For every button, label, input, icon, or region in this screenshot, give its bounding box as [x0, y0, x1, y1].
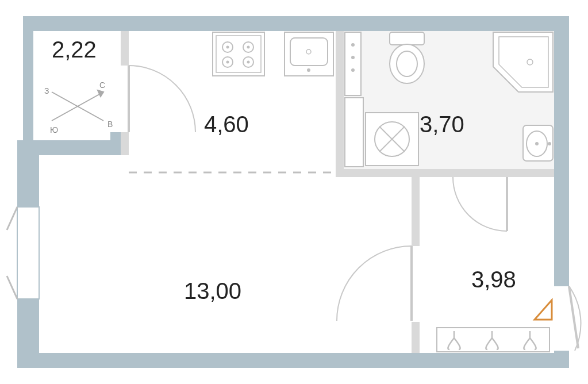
svg-rect-3 — [17, 353, 569, 368]
balcony-door — [129, 66, 195, 132]
svg-point-55 — [548, 142, 551, 145]
basin-icon — [523, 125, 553, 161]
shaft-icon — [345, 98, 363, 167]
svg-rect-6 — [23, 16, 33, 148]
living-hall-door — [337, 246, 412, 321]
svg-point-31 — [226, 61, 229, 64]
bathroom-door — [453, 177, 507, 231]
svg-rect-42 — [390, 32, 424, 45]
bathroom-area-label: 3,70 — [420, 112, 464, 137]
balcony-room: 2,22 — [52, 37, 97, 62]
compass-n: С — [99, 80, 105, 90]
entry-marker-icon — [535, 300, 552, 320]
living-area-label: 13,00 — [184, 278, 241, 304]
left-window-break — [7, 207, 39, 299]
floor-plan: 2,22 С З В Ю 4,60 — [0, 0, 588, 384]
compass-icon: С З В Ю — [44, 80, 113, 135]
svg-rect-14 — [336, 31, 344, 175]
svg-rect-17 — [412, 322, 420, 353]
hall-room: 3,98 — [437, 267, 549, 352]
svg-point-30 — [247, 46, 250, 49]
washer-icon — [366, 113, 418, 166]
svg-point-43 — [390, 44, 424, 83]
svg-rect-38 — [345, 32, 361, 95]
kitchen-area-label: 4,60 — [204, 112, 249, 137]
compass-w: З — [44, 86, 49, 95]
svg-line-62 — [569, 286, 578, 348]
svg-line-10 — [7, 207, 17, 230]
duct-icon — [345, 32, 361, 95]
bathroom-room: 3,70 — [344, 31, 554, 231]
svg-rect-16 — [412, 177, 420, 246]
svg-rect-12 — [121, 31, 129, 66]
balcony-area-label: 2,22 — [52, 37, 97, 62]
svg-point-40 — [351, 56, 355, 59]
toilet-icon — [390, 32, 424, 83]
svg-point-54 — [535, 142, 539, 145]
svg-point-32 — [247, 61, 250, 64]
svg-point-41 — [351, 68, 355, 72]
svg-point-36 — [307, 68, 310, 72]
svg-point-29 — [226, 46, 229, 49]
kitchen-room: 4,60 — [204, 32, 333, 137]
svg-line-11 — [7, 276, 17, 299]
svg-rect-13 — [121, 132, 129, 155]
svg-point-39 — [351, 43, 355, 47]
living-room: 13,00 — [184, 278, 241, 304]
svg-rect-0 — [23, 16, 569, 31]
hall-area-label: 3,98 — [471, 267, 516, 292]
svg-rect-8 — [17, 207, 39, 299]
svg-rect-23 — [213, 32, 264, 76]
svg-rect-18 — [507, 169, 554, 177]
entry-door — [569, 286, 581, 351]
compass-e: В — [107, 120, 113, 129]
kitchen-sink-icon — [285, 32, 333, 76]
svg-rect-1 — [554, 16, 569, 286]
coat-hooks-icon — [437, 328, 549, 352]
stove-icon — [213, 32, 264, 76]
svg-marker-21 — [98, 90, 103, 97]
compass-s: Ю — [50, 125, 58, 135]
svg-rect-7 — [110, 132, 121, 155]
